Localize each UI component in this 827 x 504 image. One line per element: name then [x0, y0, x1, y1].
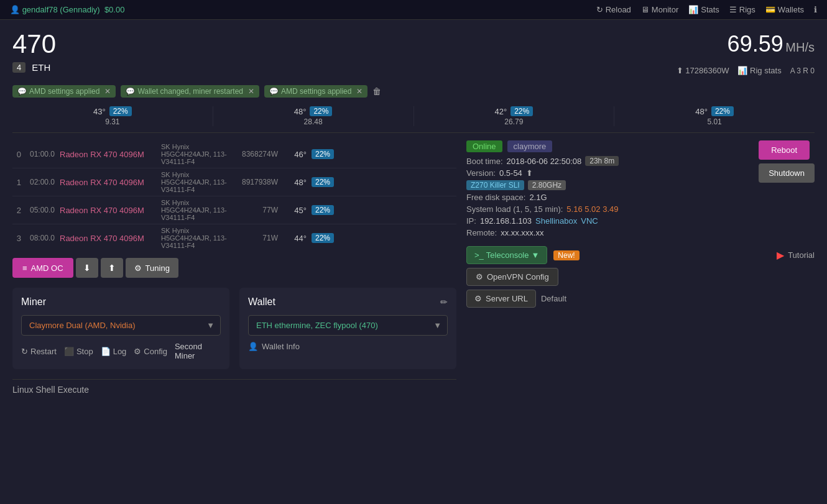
gpu-stat-2: 42° 22% 26.79	[414, 106, 615, 126]
second-miner-link[interactable]: Second Miner	[175, 342, 221, 360]
gear-server-icon: ⚙	[474, 294, 482, 303]
gpu-stat-3: 48° 22% 5.01	[614, 106, 815, 126]
gpu-stat-pct-2: 22%	[511, 106, 533, 116]
gpu-time-2: 05:00.0	[26, 206, 55, 214]
gpu-list: 0 01:00.0 Radeon RX 470 4096M SK Hynix H…	[12, 140, 456, 252]
nav-reload[interactable]: ↻ Reload	[596, 5, 631, 14]
amd-oc-button[interactable]: ≡ AMD OC	[12, 258, 73, 278]
teleconsole-button[interactable]: >_ Teleconsole ▼	[466, 246, 547, 264]
notif-icon-0: 💬	[17, 87, 27, 96]
shellinabox-link[interactable]: Shellinabox	[535, 216, 577, 226]
two-panel: 0 01:00.0 Radeon RX 470 4096M SK Hynix H…	[12, 140, 815, 401]
wallet-select-wrapper: ETH ethermine, ZEC flypool (470) ▼	[248, 315, 448, 336]
gpu-temp-1: 48°	[283, 178, 307, 187]
notif-close-1[interactable]: ✕	[248, 87, 254, 96]
nav-monitor[interactable]: 🖥 Monitor	[641, 5, 678, 14]
vnc-link[interactable]: VNC	[581, 216, 598, 226]
load-line: System load (1, 5, 15 min): 5.16 5.02 3.…	[466, 204, 619, 214]
status-row: Online claymore	[466, 140, 619, 152]
nav-stats[interactable]: 📊 Stats	[688, 5, 719, 14]
shutdown-button[interactable]: Shutdown	[759, 163, 815, 183]
ip-line: IP: 192.168.1.103 Shellinabox VNC	[466, 216, 619, 226]
gpu-mem-3: SK Hynix H5GC4H24AJR, 113-V34111-F4	[161, 227, 236, 249]
gpu-idx-0: 0	[12, 150, 21, 159]
tutorial-link[interactable]: ▶ Tutorial	[777, 249, 815, 261]
upload-icon-button[interactable]: ⬆	[101, 258, 123, 278]
boot-time-line: Boot time: 2018-06-06 22:50:08 23h 8m	[466, 156, 619, 166]
edit-wallet-icon[interactable]: ✏	[440, 297, 448, 307]
miner-panel: Miner Claymore Dual (AMD, Nvidia) ▼ ↻ Re…	[12, 288, 229, 369]
config-icon: ⚙	[134, 347, 141, 356]
sliders-icon: ≡	[22, 263, 27, 273]
topbar-user: 👤 gendalf78 (Gennadiy) $0.00	[10, 5, 124, 14]
gpu-pct-2: 22%	[312, 205, 334, 215]
worker-id-icon: ⬆ 17286360W	[677, 66, 729, 75]
nav-more[interactable]: ℹ	[814, 5, 817, 14]
bottom-panels: Miner Claymore Dual (AMD, Nvidia) ▼ ↻ Re…	[12, 288, 456, 369]
new-badge: New!	[553, 250, 579, 260]
gpu-time-3: 08:00.0	[26, 234, 55, 242]
gpu-temp-2: 45°	[283, 206, 307, 215]
rig-hashrate-block: 69.59 MH/s	[728, 31, 815, 57]
download-icon-button[interactable]: ⬇	[76, 258, 98, 278]
nav-wallets[interactable]: 💳 Wallets	[765, 5, 804, 14]
rig-stats-link[interactable]: 📊 Rig stats	[737, 66, 781, 75]
gpu-watts-0: 8368274W	[241, 150, 278, 158]
youtube-icon: ▶	[777, 249, 784, 261]
version-line: Version: 0.5-54 ⬆	[466, 168, 619, 178]
gpu-name-2: Radeon RX 470 4096M	[60, 206, 156, 215]
rig-meta-right: ⬆ 17286360W 📊 Rig stats A 3 R 0	[677, 66, 815, 75]
miner-select[interactable]: Claymore Dual (AMD, Nvidia)	[21, 315, 221, 336]
worker-id: 17286360W	[685, 66, 729, 75]
gpu-pct-1: 22%	[312, 177, 334, 187]
gear-openvpn-icon: ⚙	[476, 272, 483, 282]
notif-2: 💬 AMD settings applied ✕	[264, 85, 367, 98]
gpu-temp-3: 44°	[283, 234, 307, 243]
rig-status-info: Online claymore Boot time: 2018-06-06 22…	[466, 140, 619, 240]
rig-title: 470	[12, 31, 56, 57]
gpu-mem-2: SK Hynix H5GC4H24AJR, 113-V34111-F4	[161, 199, 236, 221]
miner-panel-title: Miner	[21, 296, 221, 308]
config-link[interactable]: ⚙ Config	[134, 347, 167, 356]
gpu-stat-pct-1: 22%	[310, 106, 332, 116]
gpu-actions: ≡ AMD OC ⬇ ⬆ ⚙ Tuning	[12, 258, 456, 278]
algo-label: ETH	[32, 62, 50, 73]
topbar: 👤 gendalf78 (Gennadiy) $0.00 ↻ Reload 🖥 …	[0, 0, 827, 20]
table-row: 2 05:00.0 Radeon RX 470 4096M SK Hynix H…	[12, 196, 456, 224]
nav-rigs[interactable]: ☰ Rigs	[729, 5, 755, 14]
log-link[interactable]: 📄 Log	[101, 347, 127, 356]
left-panel: 0 01:00.0 Radeon RX 470 4096M SK Hynix H…	[12, 140, 456, 401]
stop-link[interactable]: ⬛ Stop	[64, 347, 93, 356]
topbar-nav: ↻ Reload 🖥 Monitor 📊 Stats ☰ Rigs 💳 Wall…	[596, 5, 817, 14]
uptime-badge: 23h 8m	[585, 156, 619, 166]
gpu-watts-2: 77W	[241, 206, 278, 214]
gpu-stats-row: 43° 22% 9.31 48° 22% 28.48 42° 22% 26.79…	[12, 106, 815, 133]
gpu-time-1: 02:00.0	[26, 178, 55, 186]
board-badge: Z270 Killer SLI	[466, 180, 524, 190]
openvpn-row: ⚙ OpenVPN Config	[466, 268, 815, 286]
gpu-stat-1: 48° 22% 28.48	[213, 106, 414, 126]
reboot-button[interactable]: Reboot	[759, 140, 810, 160]
restart-link[interactable]: ↻ Restart	[21, 347, 57, 356]
ip-val: 192.168.1.103	[480, 216, 532, 226]
notif-close-2[interactable]: ✕	[356, 87, 363, 96]
wallet-info-link[interactable]: 👤 Wallet Info	[248, 342, 448, 351]
gpu-stat-mh-0: 9.31	[12, 117, 213, 126]
right-panel: Online claymore Boot time: 2018-06-06 22…	[466, 140, 815, 401]
gear-icon: ⚙	[134, 263, 142, 273]
rig-hashrate-unit: MH/s	[785, 40, 815, 54]
notif-trash-button[interactable]: 🗑	[372, 85, 381, 98]
tuning-button[interactable]: ⚙ Tuning	[126, 258, 178, 278]
terminal-icon: >_	[474, 250, 484, 260]
load-vals: 5.16 5.02 3.49	[566, 204, 618, 214]
openvpn-button[interactable]: ⚙ OpenVPN Config	[466, 268, 558, 286]
gpu-watts-1: 8917938W	[241, 178, 278, 186]
version-val: 0.5-54	[499, 168, 522, 178]
remote-line: Remote: xx.xx.xxx.xx	[466, 228, 619, 237]
wallet-select[interactable]: ETH ethermine, ZEC flypool (470)	[248, 315, 448, 336]
server-url-button[interactable]: ⚙ Server URL	[466, 290, 536, 308]
notif-close-0[interactable]: ✕	[104, 87, 111, 96]
freq-badge: 2.80GHz	[528, 180, 566, 190]
wallet-panel: Wallet ✏ ETH ethermine, ZEC flypool (470…	[239, 288, 456, 369]
notif-icon-2: 💬	[269, 87, 279, 96]
